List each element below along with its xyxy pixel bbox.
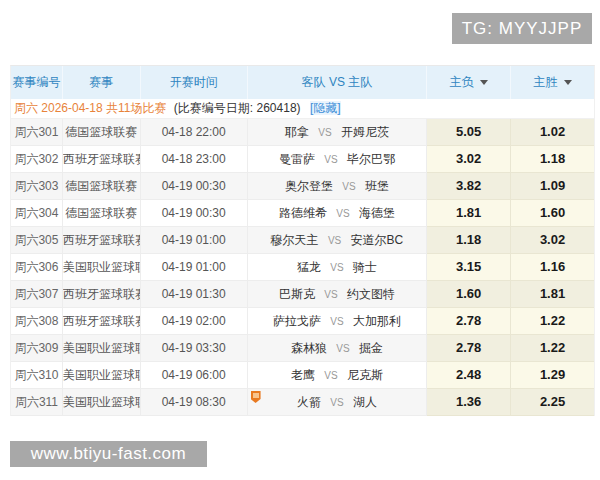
- home-lose-odds[interactable]: 1.60: [427, 281, 511, 308]
- start-time: 04-19 01:00: [141, 254, 248, 281]
- away-team: 老鹰: [291, 368, 315, 382]
- home-lose-odds[interactable]: 3.02: [427, 146, 511, 173]
- home-team: 安道尔BC: [351, 233, 404, 247]
- start-time: 04-19 00:30: [141, 173, 248, 200]
- header-home-lose[interactable]: 主负: [427, 66, 511, 99]
- league-name: 德国篮球联赛: [63, 119, 141, 146]
- single-bet-badge-icon: [251, 391, 261, 403]
- start-time: 04-18 23:00: [141, 146, 248, 173]
- home-win-odds[interactable]: 1.02: [511, 119, 594, 146]
- home-lose-odds[interactable]: 2.78: [427, 335, 511, 362]
- start-time: 04-18 22:00: [141, 119, 248, 146]
- teams-cell: 老鹰 VS 尼克斯: [248, 362, 428, 389]
- vs-label: VS: [328, 235, 341, 246]
- match-number: 周六301: [11, 119, 63, 146]
- home-win-odds[interactable]: 2.25: [511, 389, 594, 416]
- table-row: 周六310 美国职业篮球联盟 04-19 06:00 老鹰 VS 尼克斯 2.4…: [11, 362, 594, 389]
- teams-cell: 穆尔天主 VS 安道尔BC: [248, 227, 428, 254]
- home-team: 毕尔巴鄂: [347, 152, 395, 166]
- vs-label: VS: [324, 370, 337, 381]
- home-win-odds[interactable]: 1.29: [511, 362, 594, 389]
- league-name: 美国职业篮球联盟: [63, 335, 141, 362]
- start-time: 04-19 06:00: [141, 362, 248, 389]
- teams-cell: 巴斯克 VS 约文图特: [248, 281, 428, 308]
- teams-cell: 路德维希 VS 海德堡: [248, 200, 428, 227]
- vs-label: VS: [324, 289, 337, 300]
- home-lose-odds[interactable]: 5.05: [427, 119, 511, 146]
- header-match-number: 赛事编号: [11, 66, 63, 99]
- home-win-odds[interactable]: 1.09: [511, 173, 594, 200]
- league-name: 德国篮球联赛: [63, 173, 141, 200]
- hide-link[interactable]: [隐藏]: [310, 101, 341, 115]
- vs-label: VS: [336, 208, 349, 219]
- header-home-lose-label: 主负: [450, 75, 474, 89]
- home-win-odds[interactable]: 3.02: [511, 227, 594, 254]
- match-number: 周六310: [11, 362, 63, 389]
- away-team: 萨拉戈萨: [273, 314, 321, 328]
- home-win-odds[interactable]: 1.22: [511, 335, 594, 362]
- home-lose-odds[interactable]: 1.81: [427, 200, 511, 227]
- home-lose-odds[interactable]: 2.78: [427, 308, 511, 335]
- league-name: 美国职业篮球联盟: [63, 389, 141, 416]
- table-row: 周六309 美国职业篮球联盟 04-19 03:30 森林狼 VS 掘金 2.7…: [11, 335, 594, 362]
- home-team: 骑士: [353, 260, 377, 274]
- sort-arrow-icon[interactable]: [480, 80, 488, 85]
- vs-label: VS: [330, 397, 343, 408]
- home-win-odds[interactable]: 1.18: [511, 146, 594, 173]
- table-row: 周六305 西班牙篮球联赛 04-19 01:00 穆尔天主 VS 安道尔BC …: [11, 227, 594, 254]
- table-header-row: 赛事编号 赛事 开赛时间 客队 VS 主队 主负 主胜: [11, 66, 594, 99]
- league-name: 西班牙篮球联赛: [63, 227, 141, 254]
- home-win-odds[interactable]: 1.60: [511, 200, 594, 227]
- match-number: 周六305: [11, 227, 63, 254]
- table-row: 周六301 德国篮球联赛 04-18 22:00 耶拿 VS 开姆尼茨 5.05…: [11, 119, 594, 146]
- table-body: 周六301 德国篮球联赛 04-18 22:00 耶拿 VS 开姆尼茨 5.05…: [11, 119, 594, 416]
- sort-arrow-icon[interactable]: [564, 80, 572, 85]
- home-team: 约文图特: [347, 287, 395, 301]
- league-name: 西班牙篮球联赛: [63, 308, 141, 335]
- home-lose-odds[interactable]: 2.48: [427, 362, 511, 389]
- home-win-odds[interactable]: 1.22: [511, 308, 594, 335]
- vs-label: VS: [336, 343, 349, 354]
- header-start-time: 开赛时间: [141, 66, 248, 99]
- away-team: 路德维希: [279, 206, 327, 220]
- vs-label: VS: [330, 262, 343, 273]
- start-time: 04-19 02:00: [141, 308, 248, 335]
- home-lose-odds[interactable]: 3.82: [427, 173, 511, 200]
- start-time: 04-19 01:00: [141, 227, 248, 254]
- home-lose-odds[interactable]: 1.18: [427, 227, 511, 254]
- away-team: 猛龙: [297, 260, 321, 274]
- match-number: 周六308: [11, 308, 63, 335]
- teams-cell: 萨拉戈萨 VS 大加那利: [248, 308, 428, 335]
- teams-cell: 曼雷萨 VS 毕尔巴鄂: [248, 146, 428, 173]
- tg-watermark-badge: TG: MYYJJPP: [452, 13, 592, 44]
- league-name: 美国职业篮球联盟: [63, 362, 141, 389]
- teams-cell: 火箭 VS 湖人: [248, 389, 428, 416]
- vs-label: VS: [318, 127, 331, 138]
- home-team: 海德堡: [359, 206, 395, 220]
- home-team: 掘金: [359, 341, 383, 355]
- start-time: 04-19 03:30: [141, 335, 248, 362]
- home-win-odds[interactable]: 1.81: [511, 281, 594, 308]
- vs-label: VS: [342, 181, 355, 192]
- away-team: 奥尔登堡: [285, 179, 333, 193]
- teams-cell: 森林狼 VS 掘金: [248, 335, 428, 362]
- match-number: 周六309: [11, 335, 63, 362]
- match-number: 周六311: [11, 389, 63, 416]
- match-number: 周六303: [11, 173, 63, 200]
- header-home-win[interactable]: 主胜: [511, 66, 594, 99]
- match-number: 周六302: [11, 146, 63, 173]
- teams-cell: 耶拿 VS 开姆尼茨: [248, 119, 428, 146]
- league-name: 西班牙篮球联赛: [63, 281, 141, 308]
- home-lose-odds[interactable]: 3.15: [427, 254, 511, 281]
- home-win-odds[interactable]: 1.16: [511, 254, 594, 281]
- teams-cell: 猛龙 VS 骑士: [248, 254, 428, 281]
- home-team: 湖人: [353, 395, 377, 409]
- header-teams: 客队 VS 主队: [248, 66, 428, 99]
- home-lose-odds[interactable]: 1.36: [427, 389, 511, 416]
- vs-label: VS: [324, 154, 337, 165]
- table-row: 周六303 德国篮球联赛 04-19 00:30 奥尔登堡 VS 班堡 3.82…: [11, 173, 594, 200]
- match-number: 周六306: [11, 254, 63, 281]
- vs-label: VS: [330, 316, 343, 327]
- match-number: 周六304: [11, 200, 63, 227]
- header-league: 赛事: [63, 66, 141, 99]
